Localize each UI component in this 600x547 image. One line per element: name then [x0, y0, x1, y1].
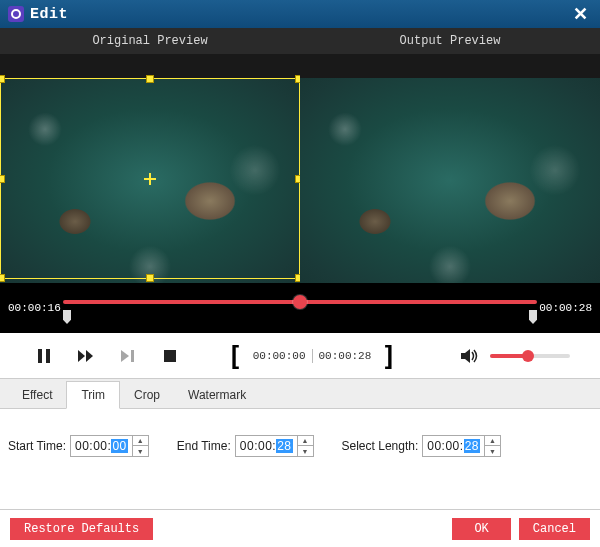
close-icon[interactable]: ✕ [568, 2, 592, 26]
original-preview-panel: Original Preview [0, 28, 300, 283]
stop-icon [164, 350, 176, 362]
output-preview-panel: Output Preview [300, 28, 600, 283]
range-start-time: 00:00:00 [247, 350, 312, 362]
chevron-up-icon[interactable]: ▲ [485, 436, 500, 446]
volume-button[interactable] [456, 342, 484, 370]
crop-handle-bot-left[interactable] [0, 274, 5, 282]
svg-marker-2 [78, 350, 85, 362]
tab-trim[interactable]: Trim [66, 381, 120, 409]
start-time-input[interactable]: 00:00:00 ▲▼ [70, 435, 149, 457]
end-time-spinner[interactable]: ▲▼ [297, 436, 313, 456]
tab-watermark[interactable]: Watermark [174, 382, 260, 408]
pause-icon [37, 349, 51, 363]
svg-rect-1 [46, 349, 50, 363]
volume-knob[interactable] [522, 350, 534, 362]
length-prefix: 00:00: [427, 439, 463, 453]
timeline-playhead[interactable] [293, 295, 307, 309]
svg-marker-3 [86, 350, 93, 362]
end-time-selection: 28 [276, 439, 292, 453]
end-time-input[interactable]: 00:00:28 ▲▼ [235, 435, 314, 457]
tab-bar: Effect Trim Crop Watermark [0, 379, 600, 409]
svg-marker-7 [461, 349, 470, 363]
end-time-label: End Time: [177, 439, 231, 453]
chevron-down-icon[interactable]: ▼ [485, 446, 500, 456]
fast-forward-icon [78, 350, 94, 362]
restore-defaults-button[interactable]: Restore Defaults [10, 518, 153, 540]
range-group: [ 00:00:00 00:00:28 ] [223, 341, 401, 371]
svg-rect-6 [164, 350, 176, 362]
timeline-track[interactable] [63, 292, 537, 324]
chevron-up-icon[interactable]: ▲ [298, 436, 313, 446]
start-time-selection: 00 [111, 439, 127, 453]
output-preview-label: Output Preview [300, 28, 600, 54]
end-time-prefix: 00:00: [240, 439, 276, 453]
set-range-start-button[interactable]: [ [223, 341, 247, 371]
volume-slider[interactable] [490, 354, 570, 358]
pause-button[interactable] [30, 342, 58, 370]
chevron-down-icon[interactable]: ▼ [298, 446, 313, 456]
svg-rect-5 [131, 350, 134, 362]
output-frame-image [300, 78, 600, 283]
select-length-field: Select Length: 00:00:28 ▲▼ [342, 435, 501, 457]
stop-button[interactable] [156, 342, 184, 370]
timeline-end-time: 00:00:28 [537, 302, 592, 314]
select-length-input[interactable]: 00:00:28 ▲▼ [422, 435, 501, 457]
timeline-end-marker[interactable] [529, 310, 537, 324]
ok-button[interactable]: OK [452, 518, 510, 540]
playback-controls: [ 00:00:00 00:00:28 ] [0, 333, 600, 379]
select-length-label: Select Length: [342, 439, 419, 453]
window-title: Edit [30, 6, 68, 23]
tab-effect[interactable]: Effect [8, 382, 66, 408]
output-preview-viewport [300, 54, 600, 283]
set-range-end-button[interactable]: ] [377, 341, 401, 371]
chevron-up-icon[interactable]: ▲ [133, 436, 148, 446]
next-frame-icon [121, 350, 135, 362]
start-time-field: Start Time: 00:00:00 ▲▼ [8, 435, 149, 457]
timeline: 00:00:16 00:00:28 [0, 283, 600, 333]
range-end-time: 00:00:28 [313, 350, 378, 362]
crop-handle-top-left[interactable] [0, 75, 5, 83]
title-bar: Edit ✕ [0, 0, 600, 28]
original-preview-viewport[interactable] [0, 54, 300, 283]
fast-forward-button[interactable] [72, 342, 100, 370]
start-time-label: Start Time: [8, 439, 66, 453]
crop-handle-bot-mid[interactable] [146, 274, 154, 282]
crop-center-cross-icon[interactable] [144, 173, 156, 185]
start-time-prefix: 00:00: [75, 439, 111, 453]
length-selection: 28 [464, 439, 480, 453]
app-icon [8, 6, 24, 22]
select-length-spinner[interactable]: ▲▼ [484, 436, 500, 456]
next-frame-button[interactable] [114, 342, 142, 370]
cancel-button[interactable]: Cancel [519, 518, 590, 540]
svg-marker-4 [121, 350, 129, 362]
crop-handle-mid-left[interactable] [0, 175, 5, 183]
original-preview-label: Original Preview [0, 28, 300, 54]
svg-rect-0 [38, 349, 42, 363]
volume-icon [461, 349, 479, 363]
crop-handle-top-mid[interactable] [146, 75, 154, 83]
start-time-spinner[interactable]: ▲▼ [132, 436, 148, 456]
trim-form: Start Time: 00:00:00 ▲▼ End Time: 00:00:… [0, 409, 600, 457]
tab-crop[interactable]: Crop [120, 382, 174, 408]
timeline-start-marker[interactable] [63, 310, 71, 324]
crop-rectangle[interactable] [0, 78, 300, 279]
footer-bar: Restore Defaults OK Cancel [0, 509, 600, 547]
timeline-current-time: 00:00:16 [8, 302, 63, 314]
preview-area: Original Preview Output Preview [0, 28, 600, 283]
chevron-down-icon[interactable]: ▼ [133, 446, 148, 456]
end-time-field: End Time: 00:00:28 ▲▼ [177, 435, 314, 457]
